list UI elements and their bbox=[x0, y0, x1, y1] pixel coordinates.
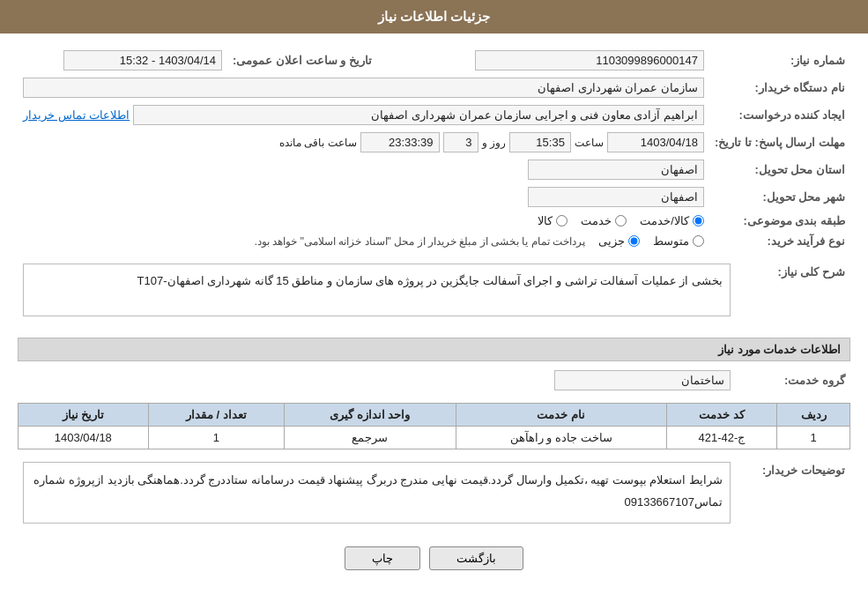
row-service-group: گروه خدمت: bbox=[18, 367, 850, 394]
reply-days-input[interactable] bbox=[443, 132, 479, 152]
radio-jozvi[interactable]: جزیی bbox=[598, 234, 640, 248]
col-row-num: ردیف bbox=[777, 404, 850, 427]
service-group-value bbox=[18, 367, 736, 394]
radio-kala-khedmat[interactable]: کالا/خدمت bbox=[640, 214, 704, 227]
service-group-table: گروه خدمت: bbox=[18, 367, 850, 394]
cell-service_code: ج-42-421 bbox=[666, 427, 777, 449]
radio-kala-khedmat-label: کالا/خدمت bbox=[640, 214, 689, 227]
col-unit: واحد اندازه گیری bbox=[285, 404, 456, 427]
radio-kala-label: کالا bbox=[538, 214, 553, 227]
city-value bbox=[18, 183, 709, 211]
row-category: طبقه بندی موضوعی: کالا/خدمت خدمت bbox=[18, 211, 850, 231]
buyer-notes-label: توضیحات خریدار: bbox=[736, 458, 850, 536]
radio-khedmat-input[interactable] bbox=[615, 215, 627, 227]
category-radios: کالا/خدمت خدمت کالا bbox=[18, 211, 709, 231]
row-need-desc: شرح کلی نیاز: بخشی از عملیات آسفالت تراش… bbox=[18, 260, 850, 329]
cell-service_name: ساخت جاده و راهآهن bbox=[456, 427, 666, 449]
process-radio-group: متوسط جزیی پرداخت تمام یا بخشی از مبلغ خ… bbox=[23, 234, 704, 248]
creator-link[interactable]: اطلاعات تماس خریدار bbox=[23, 108, 130, 122]
col-service-name: نام خدمت bbox=[456, 404, 666, 427]
table-row: 1ج-42-421ساخت جاده و راهآهنسرجمع11403/04… bbox=[19, 427, 850, 449]
page-title: جزئیات اطلاعات نیاز bbox=[378, 9, 490, 24]
service-group-label: گروه خدمت: bbox=[736, 367, 850, 394]
radio-motavaset-input[interactable] bbox=[693, 235, 704, 247]
services-table-header: ردیف کد خدمت نام خدمت واحد اندازه گیری ت… bbox=[19, 404, 850, 427]
services-header-row: ردیف کد خدمت نام خدمت واحد اندازه گیری ت… bbox=[19, 404, 850, 427]
creator-value: اطلاعات تماس خریدار bbox=[18, 101, 709, 129]
services-section-title: اطلاعات خدمات مورد نیاز bbox=[18, 338, 850, 361]
city-input[interactable] bbox=[528, 187, 704, 207]
col-date: تاریخ نیاز bbox=[19, 404, 149, 427]
radio-motavaset[interactable]: متوسط bbox=[653, 234, 704, 248]
need-desc-table: شرح کلی نیاز: بخشی از عملیات آسفالت تراش… bbox=[18, 260, 850, 329]
buyer-notes-value: شرایط استعلام بپوست تهیه ،تکمیل وارسال گ… bbox=[18, 458, 736, 536]
row-reply-deadline: مهلت ارسال پاسخ: تا تاریخ: ساعت روز و سا… bbox=[18, 129, 850, 156]
reply-remaining-label: ساعت باقی مانده bbox=[279, 137, 357, 149]
creator-input[interactable] bbox=[133, 105, 704, 125]
radio-kala-khedmat-input[interactable] bbox=[693, 215, 704, 227]
process-note: پرداخت تمام یا بخشی از مبلغ خریدار از مح… bbox=[255, 235, 585, 248]
services-table: ردیف کد خدمت نام خدمت واحد اندازه گیری ت… bbox=[18, 403, 850, 449]
row-buyer-notes: توضیحات خریدار: شرایط استعلام بپوست تهیه… bbox=[18, 458, 850, 536]
announce-date-label: تاریخ و ساعت اعلان عمومی: bbox=[227, 47, 377, 74]
row-need-number: شماره نیاز: تاریخ و ساعت اعلان عمومی: bbox=[18, 47, 850, 74]
info-table-top: شماره نیاز: تاریخ و ساعت اعلان عمومی: نا… bbox=[18, 47, 850, 251]
row-province: استان محل تحویل: bbox=[18, 156, 850, 183]
process-label: نوع فرآیند خرید: bbox=[709, 231, 850, 251]
services-table-body: 1ج-42-421ساخت جاده و راهآهنسرجمع11403/04… bbox=[19, 427, 850, 449]
cell-unit: سرجمع bbox=[285, 427, 456, 449]
creator-row-flex: اطلاعات تماس خریدار bbox=[23, 105, 704, 125]
row-creator: ایجاد کننده درخواست: اطلاعات تماس خریدار bbox=[18, 101, 850, 129]
reply-time-input[interactable] bbox=[509, 132, 571, 152]
row-process: نوع فرآیند خرید: متوسط جزیی پرداخت تمام … bbox=[18, 231, 850, 251]
reply-time-label: ساعت bbox=[575, 137, 604, 149]
reply-deadline-flex: ساعت روز و ساعت باقی مانده bbox=[23, 132, 704, 152]
province-input[interactable] bbox=[528, 160, 704, 180]
spacer bbox=[377, 47, 412, 74]
service-group-input[interactable] bbox=[554, 370, 731, 390]
radio-jozvi-input[interactable] bbox=[628, 235, 640, 247]
page-wrapper: جزئیات اطلاعات نیاز شماره نیاز: تاریخ و … bbox=[0, 0, 868, 609]
reply-remaining-input[interactable] bbox=[360, 132, 440, 152]
province-label: استان محل تحویل: bbox=[709, 156, 850, 183]
page-header: جزئیات اطلاعات نیاز bbox=[0, 0, 868, 33]
cell-row_num: 1 bbox=[777, 427, 850, 449]
radio-kala[interactable]: کالا bbox=[538, 214, 568, 227]
radio-motavaset-label: متوسط bbox=[653, 234, 689, 248]
creator-label: ایجاد کننده درخواست: bbox=[709, 101, 850, 129]
buttons-row: بازگشت چاپ bbox=[18, 546, 850, 570]
back-button[interactable]: بازگشت bbox=[429, 546, 523, 570]
radio-jozvi-label: جزیی bbox=[598, 234, 625, 248]
buyer-notes-table: توضیحات خریدار: شرایط استعلام بپوست تهیه… bbox=[18, 458, 850, 536]
buyer-notes-text: شرایط استعلام بپوست تهیه ،تکمیل وارسال گ… bbox=[33, 473, 723, 509]
buyer-org-value bbox=[18, 74, 709, 101]
cell-date: 1403/04/18 bbox=[19, 427, 149, 449]
cell-quantity: 1 bbox=[148, 427, 284, 449]
announce-date-value bbox=[18, 47, 227, 74]
province-value bbox=[18, 156, 709, 183]
buyer-org-input[interactable] bbox=[23, 78, 704, 98]
row-buyer-org: نام دستگاه خریدار: bbox=[18, 74, 850, 101]
city-label: شهر محل تحویل: bbox=[709, 183, 850, 211]
row-city: شهر محل تحویل: bbox=[18, 183, 850, 211]
category-label: طبقه بندی موضوعی: bbox=[709, 211, 850, 231]
radio-khedmat[interactable]: خدمت bbox=[581, 214, 627, 227]
reply-date-input[interactable] bbox=[607, 132, 704, 152]
buyer-org-label: نام دستگاه خریدار: bbox=[709, 74, 850, 101]
reply-deadline-label: مهلت ارسال پاسخ: تا تاریخ: bbox=[709, 129, 850, 156]
reply-day-label: روز و bbox=[482, 137, 506, 149]
col-service-code: کد خدمت bbox=[666, 404, 777, 427]
need-number-input[interactable] bbox=[475, 50, 704, 71]
need-number-value bbox=[412, 47, 709, 74]
need-desc-text: بخشی از عملیات آسفالت تراشی و اجرای آسفا… bbox=[137, 274, 723, 287]
need-desc-box: بخشی از عملیات آسفالت تراشی و اجرای آسفا… bbox=[23, 264, 731, 316]
print-button[interactable]: چاپ bbox=[345, 546, 420, 570]
announce-date-input[interactable] bbox=[63, 50, 222, 71]
content-area: شماره نیاز: تاریخ و ساعت اعلان عمومی: نا… bbox=[0, 33, 868, 583]
radio-kala-input[interactable] bbox=[556, 215, 568, 227]
col-quantity: تعداد / مقدار bbox=[148, 404, 284, 427]
buyer-notes-box: شرایط استعلام بپوست تهیه ،تکمیل وارسال گ… bbox=[23, 462, 731, 524]
category-radio-group: کالا/خدمت خدمت کالا bbox=[23, 214, 704, 227]
need-desc-value: بخشی از عملیات آسفالت تراشی و اجرای آسفا… bbox=[18, 260, 736, 329]
radio-khedmat-label: خدمت bbox=[581, 214, 612, 227]
